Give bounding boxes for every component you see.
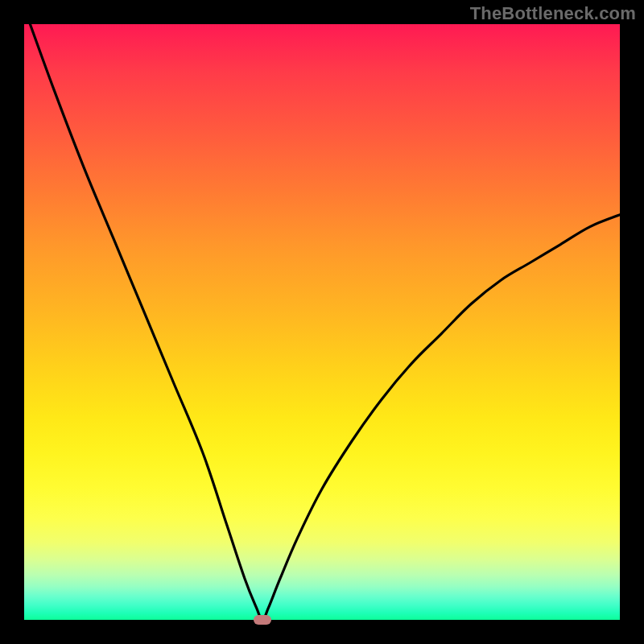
plot-area [24, 24, 620, 620]
minimum-marker [254, 615, 271, 625]
watermark-text: TheBottleneck.com [470, 3, 636, 24]
bottleneck-curve [30, 24, 620, 620]
chart-frame: TheBottleneck.com [0, 0, 644, 644]
curve-svg [24, 24, 620, 620]
